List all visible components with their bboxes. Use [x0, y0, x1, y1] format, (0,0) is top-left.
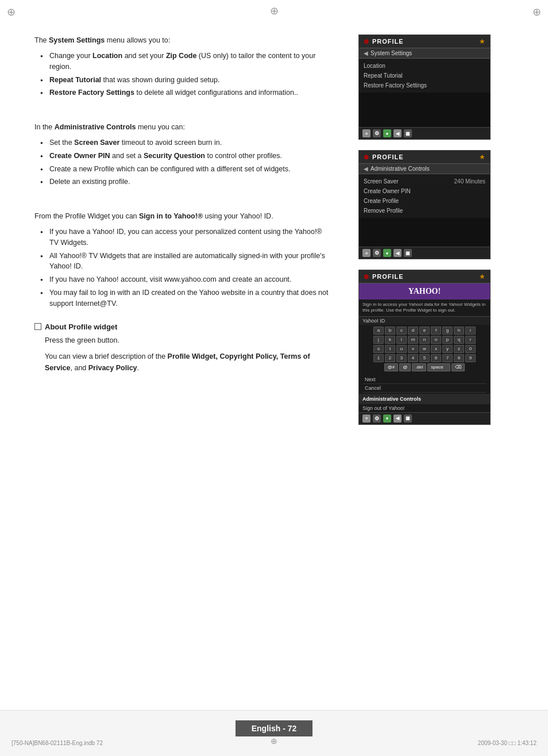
key-k[interactable]: k	[385, 336, 395, 344]
menu-item-label: Location	[364, 63, 385, 69]
key-m[interactable]: m	[408, 336, 418, 344]
action-next[interactable]: Next	[362, 375, 487, 384]
key-del[interactable]: .del	[412, 363, 426, 371]
yahoo-y-icon2: ⊛	[364, 153, 369, 161]
btn-gear3[interactable]: ⚙	[373, 415, 381, 423]
key-i[interactable]: i	[465, 327, 476, 335]
btn-green[interactable]: ●	[383, 129, 391, 137]
key-v[interactable]: v	[408, 345, 418, 353]
menu-item-screen-saver[interactable]: Screen Saver 240 Minutes	[359, 176, 490, 186]
list-item: Create Owner PIN and set a Security Ques…	[40, 151, 330, 162]
tv-panel-admin-controls: ⊛ PROFILE ★ ◀ Administrative Controls Sc…	[358, 150, 491, 259]
key-r[interactable]: r	[465, 336, 476, 344]
key-p[interactable]: p	[442, 336, 453, 344]
key-y[interactable]: y	[442, 345, 453, 353]
menu-item-remove-profile[interactable]: Remove Profile	[359, 206, 490, 216]
btn-grid3[interactable]: ▦	[404, 415, 412, 423]
key-d[interactable]: d	[408, 327, 418, 335]
menu-item-repeat-tutorial[interactable]: Repeat Tutorial	[359, 71, 490, 80]
btn-back2[interactable]: ◀	[393, 249, 402, 257]
menu-item-label: Create Owner PIN	[364, 188, 411, 194]
key-1[interactable]: 1	[373, 354, 384, 362]
key-l[interactable]: l	[396, 336, 407, 344]
key-j[interactable]: j	[373, 336, 384, 344]
btn-green2[interactable]: ●	[383, 249, 391, 257]
btn-green3[interactable]: ●	[383, 415, 391, 423]
key-b[interactable]: b	[385, 327, 395, 335]
sign-out-yahoo[interactable]: Sign out of Yahoo!	[359, 404, 490, 412]
key-at[interactable]: @	[399, 363, 411, 371]
key-c[interactable]: c	[396, 327, 407, 335]
section4-title: About Profile widget	[45, 323, 117, 331]
key-u[interactable]: u	[396, 345, 407, 353]
panel3-toolbar: × ⚙ ● ◀ ▦	[359, 412, 490, 424]
key-w[interactable]: w	[419, 345, 430, 353]
btn-grid2[interactable]: ▦	[404, 249, 412, 257]
panel1-title: PROFILE	[372, 38, 404, 45]
center-mark-bottom: ⊕	[271, 736, 277, 746]
panel1-header: ⊛ PROFILE ★	[359, 35, 490, 48]
btn-x3[interactable]: ×	[362, 415, 371, 423]
key-g[interactable]: g	[442, 327, 453, 335]
btn-x[interactable]: ×	[362, 129, 371, 137]
key-q[interactable]: q	[454, 336, 464, 344]
key-s[interactable]: s	[373, 345, 384, 353]
key-4[interactable]: 4	[408, 354, 418, 362]
list-item: Repeat Tutorial that was shown during gu…	[40, 75, 330, 86]
back-arrow-icon: ◀	[364, 50, 368, 56]
panel1-title-area: ⊛ PROFILE	[364, 38, 404, 45]
key-e[interactable]: e	[419, 327, 430, 335]
key-x[interactable]: x	[431, 345, 441, 353]
tv-panel-yahoo-signin: ⊛ PROFILE ★ YAHOO! Sign in to access you…	[358, 270, 491, 425]
key-a[interactable]: a	[373, 327, 384, 335]
key-backspace[interactable]: ⌫	[451, 363, 465, 371]
section3-intro: From the Profile Widget you can Sign in …	[34, 210, 330, 222]
key-t[interactable]: t	[385, 345, 395, 353]
btn-back[interactable]: ◀	[393, 129, 402, 137]
key-8[interactable]: 8	[454, 354, 464, 362]
key-z[interactable]: z	[454, 345, 464, 353]
list-item: If you have no Yahoo! account, visit www…	[40, 274, 330, 285]
key-3[interactable]: 3	[396, 354, 407, 362]
key-h[interactable]: h	[454, 327, 464, 335]
btn-back3[interactable]: ◀	[393, 415, 402, 423]
key-2[interactable]: 2	[385, 354, 395, 362]
section4-para2: You can view a brief description of the …	[34, 351, 330, 374]
menu-item-owner-pin[interactable]: Create Owner PIN	[359, 186, 490, 196]
action-cancel[interactable]: Cancel	[362, 384, 487, 393]
key-7[interactable]: 7	[442, 354, 453, 362]
menu-item-label: Remove Profile	[364, 208, 403, 214]
btn-gear[interactable]: ⚙	[373, 129, 381, 137]
key-5[interactable]: 5	[419, 354, 430, 362]
panel2-subtitle: ◀ Administrative Controls	[359, 164, 490, 174]
panel2-title-area: ⊛ PROFILE	[364, 153, 404, 161]
panel2-menu: Screen Saver 240 Minutes Create Owner PI…	[359, 174, 490, 218]
btn-x2[interactable]: ×	[362, 249, 371, 257]
key-6[interactable]: 6	[431, 354, 441, 362]
admin-section-title: Administrative Controls	[362, 395, 487, 403]
menu-item-location[interactable]: Location	[359, 61, 490, 71]
list-item: If you have a Yahoo! ID, you can access …	[40, 227, 330, 248]
section2-bullets: Set the Screen Saver timeout to avoid sc…	[34, 137, 330, 187]
key-space[interactable]: space	[427, 363, 450, 371]
yahoo-y-icon3: ⊛	[364, 273, 369, 281]
list-item: Restore Factory Settings to delete all w…	[40, 87, 330, 98]
panel2-subtitle-text: Administrative Controls	[371, 166, 430, 172]
menu-item-restore-factory[interactable]: Restore Factory Settings	[359, 80, 490, 90]
key-9[interactable]: 9	[465, 354, 476, 362]
key-n[interactable]: n	[419, 336, 430, 344]
page-container: ⊕ ⊕ ⊕ The System Settings menu allows yo…	[0, 0, 548, 756]
section3: From the Profile Widget you can Sign in …	[34, 210, 330, 309]
key-0[interactable]: 0	[465, 345, 476, 353]
panel2-star: ★	[479, 153, 485, 161]
key-o[interactable]: o	[431, 336, 441, 344]
key-f[interactable]: f	[431, 327, 441, 335]
key-at-hash[interactable]: @#	[384, 363, 399, 371]
checkbox-icon	[34, 323, 41, 330]
panel2-toolbar: × ⚙ ● ◀ ▦	[359, 247, 490, 259]
btn-grid[interactable]: ▦	[404, 129, 412, 137]
menu-item-label: Repeat Tutorial	[364, 72, 403, 79]
menu-item-create-profile[interactable]: Create Profile	[359, 196, 490, 206]
btn-gear2[interactable]: ⚙	[373, 249, 381, 257]
panel3-header: ⊛ PROFILE ★	[359, 270, 490, 283]
